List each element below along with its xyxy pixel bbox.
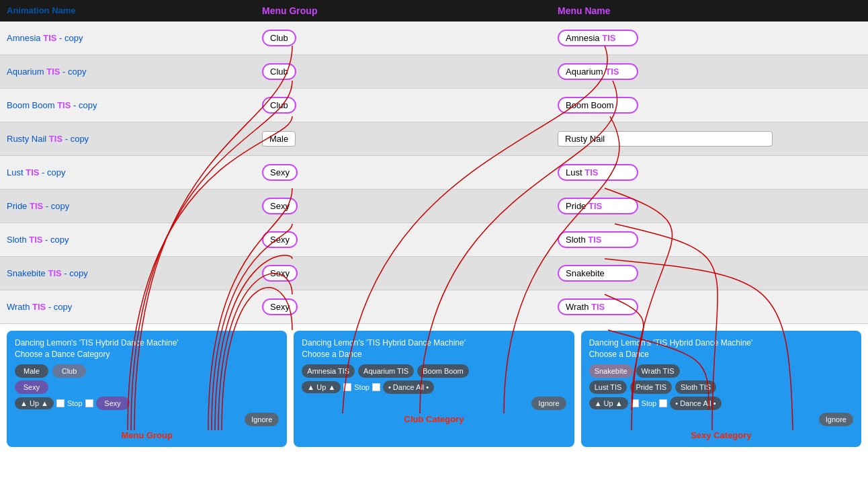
- table-row: Sloth TIS - copy Sexy Sloth TIS: [0, 223, 868, 257]
- category-buttons-2: Sexy: [15, 380, 279, 394]
- anim-name: Wrath TIS - copy: [7, 302, 72, 312]
- anim-name: Lust TIS - copy: [7, 167, 65, 177]
- table-header: Animation Name Menu Group Menu Name: [0, 0, 868, 22]
- panel-club-category: Dancing Lemon's 'TIS Hybrid Dance Machin…: [294, 331, 574, 447]
- table-row: Lust TIS - copy Sexy Lust TIS: [0, 156, 868, 190]
- anim-name: Snakebite TIS - copy: [7, 268, 88, 278]
- anim-name: Sloth TIS - copy: [7, 235, 69, 245]
- btn-snakebite[interactable]: Snakebite: [589, 364, 633, 378]
- group-badge[interactable]: Club: [262, 63, 296, 80]
- menu-name-badge[interactable]: Wrath TIS: [558, 298, 638, 315]
- panel-title-middle: Dancing Lemon's 'TIS Hybrid Dance Machin…: [302, 337, 566, 360]
- stop-checkbox2-left[interactable]: [85, 399, 93, 407]
- menu-name-badge[interactable]: Pride TIS: [558, 198, 638, 214]
- menu-name-badge[interactable]: Amnesia TIS: [558, 30, 638, 46]
- table-row: Pride TIS - copy Sexy Pride TIS: [0, 190, 868, 223]
- panel-footer-middle: Club Category: [302, 414, 566, 424]
- group-badge[interactable]: Sexy: [262, 265, 298, 282]
- anim-name: Rusty Nail TIS - copy: [7, 134, 89, 144]
- btn-lust-tis[interactable]: Lust TIS: [589, 380, 627, 394]
- stop-checkbox2-right[interactable]: [659, 399, 667, 407]
- group-badge[interactable]: Sexy: [262, 231, 298, 248]
- anim-name: Boom Boom TIS - copy: [7, 100, 97, 110]
- table-row: Amnesia TIS - copy Club Amnesia TIS: [0, 22, 868, 55]
- btn-sloth-tis[interactable]: Sloth TIS: [675, 380, 716, 394]
- stop-label-right: Stop: [642, 399, 657, 407]
- ignore-btn-right[interactable]: Ignore: [819, 413, 853, 426]
- btn-sexy-2[interactable]: Sexy: [96, 397, 130, 410]
- dance-all-btn[interactable]: • Dance All •: [383, 380, 434, 394]
- group-badge[interactable]: Male: [262, 131, 296, 147]
- stop-checkbox-right[interactable]: [631, 399, 639, 407]
- panel-sexy-category: Dancing Lemon's 'TIS Hybrid Dance Machin…: [581, 331, 861, 447]
- table-row: Aquarium TIS - copy Club Aquarium TIS: [0, 55, 868, 89]
- dance-buttons-right-1: Snakebite Wrath TIS: [589, 364, 853, 378]
- up-btn-middle[interactable]: ▲ Up ▲: [302, 381, 341, 393]
- panel-footer-right: Sexy Category: [589, 430, 853, 440]
- stop-checkbox-left[interactable]: [56, 399, 64, 407]
- btn-aquarium-tis[interactable]: Aquarium TIS: [358, 364, 414, 378]
- menu-name-badge[interactable]: Snakebite: [558, 265, 638, 282]
- menu-name-badge[interactable]: Lust TIS: [558, 164, 638, 181]
- table-row: Snakebite TIS - copy Sexy Snakebite: [0, 257, 868, 290]
- ignore-btn-left[interactable]: Ignore: [245, 413, 279, 426]
- btn-pride-tis[interactable]: Pride TIS: [630, 380, 672, 394]
- nav-stop-row: ▲ Up ▲ Stop Sexy: [15, 397, 279, 410]
- table-area: Amnesia TIS - copy Club Amnesia TIS Aqua…: [0, 22, 868, 324]
- up-btn-left[interactable]: ▲ Up ▲: [15, 397, 54, 409]
- anim-name: Amnesia TIS - copy: [7, 33, 83, 43]
- anim-name: Aquarium TIS - copy: [7, 67, 87, 77]
- btn-wrath-tis[interactable]: Wrath TIS: [636, 364, 680, 378]
- group-badge[interactable]: Sexy: [262, 198, 298, 214]
- menu-name-badge[interactable]: Boom Boom: [558, 97, 638, 114]
- panel-footer-left: Menu Group: [15, 430, 279, 440]
- table-row: Rusty Nail TIS - copy Male Rusty Nail: [0, 122, 868, 156]
- btn-sexy[interactable]: Sexy: [15, 380, 48, 394]
- dance-buttons-right-2: Lust TIS Pride TIS Sloth TIS: [589, 380, 853, 394]
- nav-stop-row-right: ▲ Up ▲ Stop • Dance All •: [589, 397, 853, 410]
- ignore-btn-middle[interactable]: Ignore: [531, 397, 566, 410]
- table-row: Wrath TIS - copy Sexy Wrath TIS: [0, 290, 868, 324]
- header-menu-group: Menu Group: [262, 5, 558, 16]
- stop-label-left: Stop: [67, 399, 83, 407]
- header-animation-name: Animation Name: [7, 5, 262, 16]
- anim-name: Pride TIS - copy: [7, 201, 69, 211]
- btn-boom-boom[interactable]: Boom Boom: [417, 364, 469, 378]
- btn-amnesia-tis[interactable]: Amnesia TIS: [302, 364, 355, 378]
- panel-title-right: Dancing Lemon's 'TIS Hybrid Dance Machin…: [589, 337, 853, 360]
- group-badge[interactable]: Club: [262, 97, 296, 114]
- header-menu-name: Menu Name: [558, 5, 861, 16]
- panel-menu-group: Dancing Lemon's 'TIS Hybrid Dance Machin…: [7, 331, 287, 447]
- table-row: Boom Boom TIS - copy Club Boom Boom: [0, 89, 868, 122]
- dance-all-btn-right[interactable]: • Dance All •: [670, 397, 721, 410]
- bottom-panels: Dancing Lemon's 'TIS Hybrid Dance Machin…: [0, 324, 868, 454]
- menu-name-badge[interactable]: Aquarium TIS: [558, 63, 638, 80]
- stop-label-middle: Stop: [354, 383, 370, 391]
- category-buttons: Male Club: [15, 364, 279, 378]
- nav-stop-row-middle: ▲ Up ▲ Stop • Dance All •: [302, 380, 566, 394]
- btn-club[interactable]: Club: [52, 364, 86, 378]
- group-badge[interactable]: Club: [262, 30, 296, 46]
- up-btn-right[interactable]: ▲ Up ▲: [589, 397, 628, 409]
- stop-checkbox2-middle[interactable]: [372, 383, 380, 391]
- stop-checkbox-middle[interactable]: [343, 383, 351, 391]
- dance-buttons-middle: Amnesia TIS Aquarium TIS Boom Boom: [302, 364, 566, 378]
- menu-name-badge[interactable]: Sloth TIS: [558, 231, 638, 248]
- group-badge[interactable]: Sexy: [262, 298, 298, 315]
- panel-title-left: Dancing Lemon's 'TIS Hybrid Dance Machin…: [15, 337, 279, 360]
- menu-name-plain[interactable]: Rusty Nail: [558, 131, 773, 147]
- group-badge[interactable]: Sexy: [262, 164, 298, 181]
- btn-male[interactable]: Male: [15, 364, 48, 378]
